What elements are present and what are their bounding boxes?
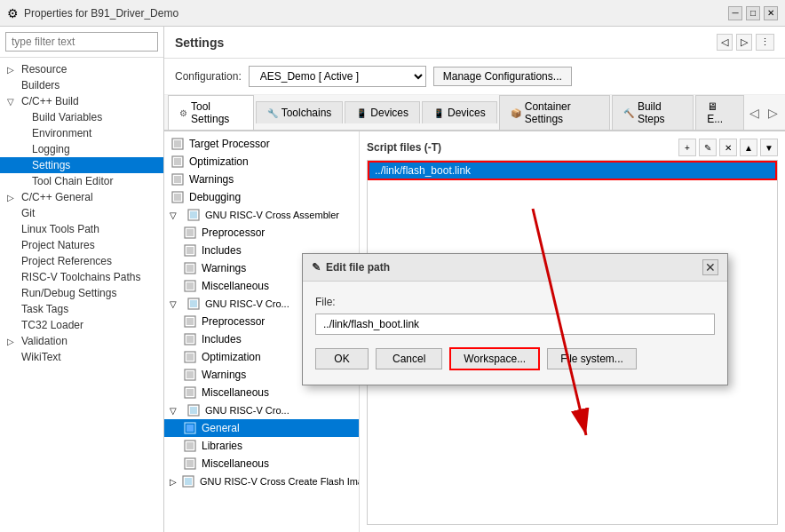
tab-devices-2[interactable]: 📱 Devices xyxy=(422,101,497,123)
ct-item-libraries[interactable]: Libraries xyxy=(164,437,359,455)
script-up-button[interactable]: ▲ xyxy=(740,139,757,156)
ct-item-misc-2[interactable]: Miscellaneous xyxy=(164,384,359,401)
ct-item-general-selected[interactable]: General xyxy=(164,419,359,437)
script-item-value: ../link/flash_boot.link xyxy=(375,164,471,177)
expand-arrow: ▷ xyxy=(7,337,18,346)
dialog-workspace-button[interactable]: Workspace... xyxy=(449,347,540,370)
svg-rect-15 xyxy=(186,265,194,272)
tree-item-label: Linux Tools Path xyxy=(21,223,99,235)
tree-item-settings[interactable]: Settings xyxy=(0,157,163,173)
title-bar: ⚙ Properties for B91_Driver_Demo ─ □ ✕ xyxy=(0,0,785,27)
tab-toolchains[interactable]: 🔧 Toolchains xyxy=(256,101,344,123)
ct-item-label: Preprocessor xyxy=(202,226,265,239)
ct-item-label: Debugging xyxy=(189,191,241,203)
tab-container-settings[interactable]: 📦 Container Settings xyxy=(499,95,610,130)
dialog-title-text: Edit file path xyxy=(326,261,390,274)
ct-item-label: Warnings xyxy=(202,369,246,381)
ct-item-optimization[interactable]: Optimization xyxy=(164,153,359,171)
ct-item-label: Optimization xyxy=(189,155,249,168)
script-down-button[interactable]: ▼ xyxy=(760,139,778,156)
ct-item-icon xyxy=(186,297,202,311)
tree-item-label: Logging xyxy=(32,143,70,155)
ct-item-label: GNU RISC-V Cro... xyxy=(205,405,289,416)
tab-build-steps[interactable]: 🔨 Build Steps xyxy=(612,95,694,130)
ct-item-gnu-assembler[interactable]: ▽ GNU RISC-V Cross Assembler xyxy=(164,206,359,224)
tab-extra[interactable]: 🖥 E... xyxy=(695,95,744,130)
expand-arrow: ▷ xyxy=(7,193,18,202)
dialog-close-button[interactable]: ✕ xyxy=(702,259,718,275)
tree-item-logging[interactable]: Logging xyxy=(0,141,163,157)
expand-arrow: ▽ xyxy=(7,97,18,107)
build-steps-icon: 🔨 xyxy=(623,108,634,118)
ct-item-icon xyxy=(182,385,198,400)
tree-item-builders[interactable]: Builders xyxy=(0,77,163,93)
tree-item-project-natures[interactable]: Project Natures xyxy=(0,237,163,253)
filter-input[interactable] xyxy=(5,32,158,52)
tree-item-resource[interactable]: ▷ Resource xyxy=(0,61,163,77)
devices-icon-2: 📱 xyxy=(433,108,444,118)
close-button[interactable]: ✕ xyxy=(764,6,778,20)
tab-nav-left[interactable]: ◁ xyxy=(746,104,763,122)
tree-item-label: Resource xyxy=(21,63,67,75)
minimize-button[interactable]: ─ xyxy=(728,6,742,20)
tree-item-tc32[interactable]: TC32 Loader xyxy=(0,317,163,333)
ct-item-preprocessor-1[interactable]: Preprocessor xyxy=(164,224,359,242)
script-item-flash-boot[interactable]: ../link/flash_boot.link xyxy=(368,161,777,180)
tree-item-label: WikiText xyxy=(21,351,61,363)
dialog-file-input[interactable] xyxy=(315,314,715,335)
svg-rect-3 xyxy=(174,158,181,165)
ct-item-misc-3[interactable]: Miscellaneous xyxy=(164,455,359,472)
svg-rect-21 xyxy=(186,318,194,325)
tree-item-label: Run/Debug Settings xyxy=(21,287,116,299)
tree-item-label: Environment xyxy=(32,127,91,139)
tree-item-validation[interactable]: ▷ Validation xyxy=(0,333,163,349)
dialog-ok-button[interactable]: OK xyxy=(315,348,369,369)
ct-item-debugging[interactable]: Debugging xyxy=(164,188,359,206)
tab-devices-1[interactable]: 📱 Devices xyxy=(345,101,420,123)
tree-item-linux-tools[interactable]: Linux Tools Path xyxy=(0,221,163,237)
ct-item-warnings[interactable]: Warnings xyxy=(164,171,359,188)
ct-item-label: Warnings xyxy=(189,173,234,186)
tab-tool-settings[interactable]: ⚙ Tool Settings xyxy=(168,95,254,131)
tree-item-wikitext[interactable]: WikiText xyxy=(0,349,163,365)
tree-item-git[interactable]: Git xyxy=(0,205,163,221)
ct-item-icon xyxy=(180,474,196,488)
ct-item-gnu-cross-2[interactable]: ▽ GNU RISC-V Cro... xyxy=(164,401,359,419)
tree-item-task-tags[interactable]: Task Tags xyxy=(0,301,163,317)
script-delete-button[interactable]: ✕ xyxy=(719,139,737,156)
ct-item-gnu-flash[interactable]: ▷ GNU RISC-V Cross Create Flash Image xyxy=(164,472,359,490)
tree-item-project-references[interactable]: Project References xyxy=(0,253,163,269)
tree-item-label: TC32 Loader xyxy=(21,319,83,331)
tree-item-ccpp-general[interactable]: ▷ C/C++ General xyxy=(0,189,163,205)
dialog-cancel-button[interactable]: Cancel xyxy=(376,348,442,369)
tree-panel: ▷ Resource Builders ▽ C/C++ Build Build … xyxy=(0,58,163,532)
tab-nav: ◁ ▷ xyxy=(746,104,781,122)
tree-item-run-debug[interactable]: Run/Debug Settings xyxy=(0,285,163,301)
tree-item-build-variables[interactable]: Build Variables xyxy=(0,109,163,125)
ct-item-icon xyxy=(182,421,198,435)
ct-item-icon xyxy=(182,243,198,258)
config-select[interactable]: AES_Demo [ Active ] xyxy=(249,66,426,87)
nav-back-button[interactable]: ◁ xyxy=(717,34,733,51)
tree-item-environment[interactable]: Environment xyxy=(0,125,163,141)
filter-box xyxy=(0,27,163,58)
manage-configurations-button[interactable]: Manage Configurations... xyxy=(433,67,572,86)
title-bar-controls[interactable]: ─ □ ✕ xyxy=(728,6,778,20)
tree-item-riscv-toolchains[interactable]: RISC-V Toolchains Paths xyxy=(0,269,163,285)
ct-item-target-processor[interactable]: Target Processor xyxy=(164,135,359,153)
dialog-titlebar: ✎ Edit file path ✕ xyxy=(303,254,727,282)
maximize-button[interactable]: □ xyxy=(746,6,760,20)
dialog-filesystem-button[interactable]: File system... xyxy=(547,348,637,369)
ct-item-label: GNU RISC-V Cross Assembler xyxy=(205,210,339,220)
expand-arrow: ▷ xyxy=(7,65,18,75)
tab-nav-right[interactable]: ▷ xyxy=(765,104,781,122)
script-add-button[interactable]: + xyxy=(678,139,696,156)
nav-forward-button[interactable]: ▷ xyxy=(736,34,752,51)
tree-item-ccpp-build[interactable]: ▽ C/C++ Build xyxy=(0,93,163,109)
svg-rect-7 xyxy=(174,194,181,201)
script-edit-button[interactable]: ✎ xyxy=(699,139,717,156)
tree-item-label: C/C++ General xyxy=(21,191,93,203)
tab-label: Build Steps xyxy=(638,100,682,125)
tree-item-toolchain-editor[interactable]: Tool Chain Editor xyxy=(0,173,163,189)
nav-menu-button[interactable]: ⋮ xyxy=(756,34,774,51)
